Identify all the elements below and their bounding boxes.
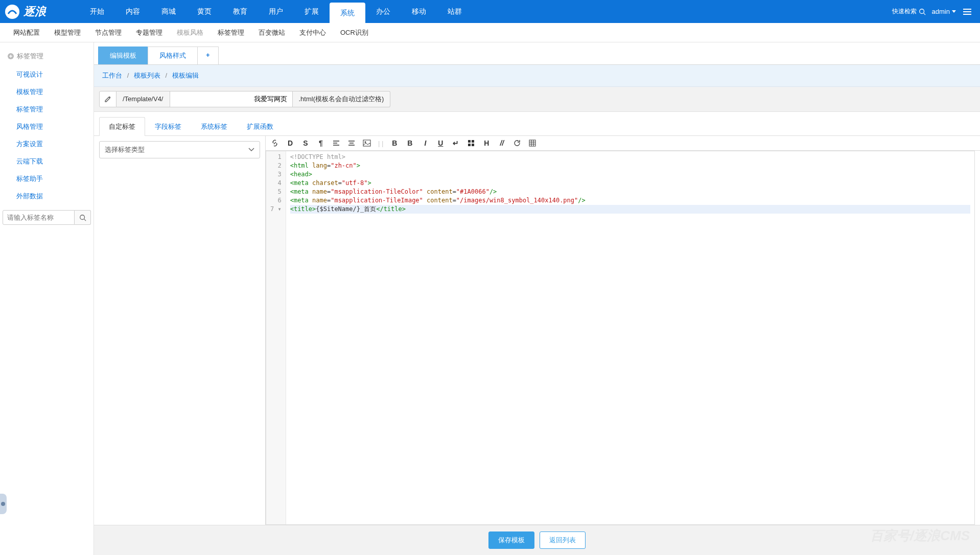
comment-icon[interactable]: // bbox=[498, 139, 506, 147]
tag-tab-3[interactable]: 扩展函数 bbox=[237, 117, 283, 136]
save-button[interactable]: 保存模板 bbox=[488, 531, 534, 549]
sidebar-item-3[interactable]: 风格管理 bbox=[2, 118, 91, 135]
bold-icon[interactable]: B bbox=[390, 139, 399, 147]
top-nav-8[interactable]: 办公 bbox=[365, 0, 401, 23]
sidebar-item-1[interactable]: 模板管理 bbox=[2, 83, 91, 101]
user-dropdown[interactable]: admin bbox=[932, 8, 956, 15]
sub-nav: 网站配置模型管理节点管理专题管理模板风格标签管理百变微站支付中心OCR识别 bbox=[0, 23, 980, 42]
breadcrumb: 工作台 / 模板列表 / 模板编辑 bbox=[94, 65, 980, 87]
template-path-row: /Template/V4/ .html(模板名会自动过滤空格) bbox=[94, 87, 980, 112]
sub-nav-2[interactable]: 节点管理 bbox=[88, 23, 129, 42]
svg-point-1 bbox=[919, 9, 924, 13]
sub-nav-4[interactable]: 模板风格 bbox=[170, 23, 211, 42]
tag-tab-1[interactable]: 字段标签 bbox=[145, 117, 191, 136]
grid-icon[interactable] bbox=[467, 140, 475, 147]
quick-search[interactable]: 快速检索 bbox=[892, 7, 926, 16]
path-suffix: .html(模板名会自动过滤空格) bbox=[293, 91, 391, 107]
caret-down-icon bbox=[952, 10, 956, 13]
breadcrumb-root[interactable]: 工作台 bbox=[102, 72, 122, 79]
top-nav-4[interactable]: 教育 bbox=[222, 0, 258, 23]
return-icon[interactable]: ↵ bbox=[452, 139, 460, 147]
top-nav-10[interactable]: 站群 bbox=[437, 0, 473, 23]
top-nav-0[interactable]: 开始 bbox=[79, 0, 115, 23]
tag-search-button[interactable] bbox=[75, 210, 91, 225]
sub-nav-8[interactable]: OCR识别 bbox=[333, 23, 376, 42]
sidebar: 标签管理 可视设计模板管理标签管理风格管理方案设置云端下载标签助手外部数据 bbox=[0, 42, 94, 555]
path-prefix: /Template/V4/ bbox=[116, 91, 170, 107]
content-tab-0[interactable]: 编辑模板 bbox=[98, 47, 148, 64]
sidebar-item-4[interactable]: 方案设置 bbox=[2, 135, 91, 153]
sidebar-item-5[interactable]: 云端下载 bbox=[2, 153, 91, 170]
table-icon[interactable] bbox=[528, 140, 536, 147]
breadcrumb-mid[interactable]: 模板列表 bbox=[134, 72, 160, 79]
user-name: admin bbox=[932, 8, 950, 15]
top-nav-2[interactable]: 商城 bbox=[151, 0, 186, 23]
svg-rect-11 bbox=[472, 144, 474, 146]
align-left-icon[interactable] bbox=[332, 140, 340, 147]
tag-panel: 选择标签类型 bbox=[94, 136, 266, 525]
sub-nav-0[interactable]: 网站配置 bbox=[6, 23, 47, 42]
sub-nav-3[interactable]: 专题管理 bbox=[129, 23, 170, 42]
editor-toolbar: D S ¶ | | B B I U ↵ H // bbox=[266, 136, 980, 151]
back-button[interactable]: 返回列表 bbox=[540, 531, 586, 549]
sidebar-item-6[interactable]: 标签助手 bbox=[2, 170, 91, 188]
sub-nav-5[interactable]: 标签管理 bbox=[211, 23, 251, 42]
tag-search-input[interactable] bbox=[3, 210, 75, 225]
link-icon[interactable] bbox=[271, 139, 279, 147]
bold-icon-2[interactable]: B bbox=[406, 139, 414, 147]
tool-s[interactable]: S bbox=[301, 139, 310, 147]
underline-icon[interactable]: U bbox=[436, 139, 445, 147]
add-tab-button[interactable]: + bbox=[197, 47, 219, 64]
top-nav-3[interactable]: 黄页 bbox=[186, 0, 222, 23]
sub-nav-1[interactable]: 模型管理 bbox=[47, 23, 88, 42]
content-tab-1[interactable]: 风格样式 bbox=[148, 47, 198, 64]
content-tabs: 编辑模板风格样式+ bbox=[94, 47, 980, 65]
top-header: 逐浪 开始内容商城黄页教育用户扩展系统办公移动站群 快速检索 admin bbox=[0, 0, 980, 23]
logo-icon bbox=[4, 4, 20, 20]
line-gutter: 1234567 ▾ bbox=[266, 151, 286, 524]
image-icon[interactable] bbox=[363, 140, 371, 147]
tag-type-select[interactable]: 选择标签类型 bbox=[99, 141, 260, 158]
svg-rect-10 bbox=[468, 144, 471, 146]
quick-search-label: 快速检索 bbox=[892, 7, 917, 16]
hamburger-icon[interactable] bbox=[962, 7, 972, 17]
svg-point-0 bbox=[5, 5, 19, 19]
editor-area: 选择标签类型 D S ¶ | | B B I U bbox=[94, 136, 980, 525]
svg-point-7 bbox=[365, 142, 366, 143]
tag-tabs: 自定标签字段标签系统标签扩展函数 bbox=[94, 117, 980, 136]
breadcrumb-sep: / bbox=[127, 72, 129, 79]
align-center-icon[interactable] bbox=[347, 140, 356, 147]
sidebar-title-text: 标签管理 bbox=[17, 52, 43, 61]
sidebar-item-7[interactable]: 外部数据 bbox=[2, 188, 91, 205]
sidebar-collapse-handle[interactable] bbox=[0, 494, 7, 514]
tag-tab-0[interactable]: 自定标签 bbox=[99, 117, 145, 136]
top-nav-9[interactable]: 移动 bbox=[401, 0, 437, 23]
code-editor[interactable]: 1234567 ▾ <!DOCTYPE html><html lang="zh-… bbox=[266, 151, 975, 525]
logo[interactable]: 逐浪 bbox=[0, 4, 79, 20]
top-nav-1[interactable]: 内容 bbox=[115, 0, 151, 23]
refresh-icon[interactable] bbox=[513, 140, 521, 147]
breadcrumb-leaf[interactable]: 模板编辑 bbox=[172, 72, 199, 79]
sub-nav-6[interactable]: 百变微站 bbox=[251, 23, 292, 42]
content: 编辑模板风格样式+ 工作台 / 模板列表 / 模板编辑 /Template/V4… bbox=[94, 42, 980, 555]
separator: | | bbox=[378, 140, 383, 147]
template-name-input[interactable] bbox=[170, 91, 293, 107]
tag-tab-2[interactable]: 系统标签 bbox=[191, 117, 237, 136]
top-nav-7[interactable]: 系统 bbox=[330, 3, 365, 23]
paragraph-icon[interactable]: ¶ bbox=[317, 139, 325, 147]
svg-line-2 bbox=[923, 13, 925, 15]
sidebar-item-2[interactable]: 标签管理 bbox=[2, 101, 91, 118]
code-lines[interactable]: <!DOCTYPE html><html lang="zh-cn"><head>… bbox=[286, 151, 974, 524]
edit-icon bbox=[104, 96, 111, 103]
top-nav-5[interactable]: 用户 bbox=[258, 0, 294, 23]
italic-icon[interactable]: I bbox=[421, 139, 429, 147]
main-layout: 标签管理 可视设计模板管理标签管理风格管理方案设置云端下载标签助手外部数据 编辑… bbox=[0, 42, 980, 555]
top-nav-6[interactable]: 扩展 bbox=[294, 0, 330, 23]
heading-icon[interactable]: H bbox=[482, 139, 491, 147]
path-edit-button[interactable] bbox=[99, 91, 116, 107]
sidebar-item-0[interactable]: 可视设计 bbox=[2, 66, 91, 83]
sub-nav-7[interactable]: 支付中心 bbox=[292, 23, 333, 42]
top-nav: 开始内容商城黄页教育用户扩展系统办公移动站群 bbox=[79, 0, 892, 23]
svg-point-4 bbox=[80, 215, 84, 219]
tool-d[interactable]: D bbox=[286, 139, 294, 147]
